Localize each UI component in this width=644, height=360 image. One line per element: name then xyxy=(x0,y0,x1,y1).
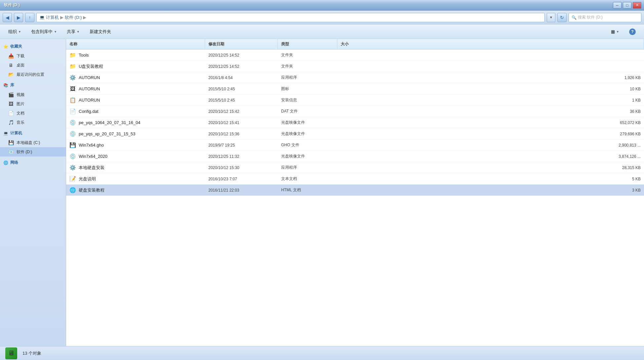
col-header-date[interactable]: 修改日期 xyxy=(205,39,278,49)
sidebar-item-disk-c[interactable]: 💾 本地磁盘 (C:) xyxy=(0,138,66,147)
toolbar: 组织 ▼ 包含到库中 ▼ 共享 ▼ 新建文件夹 ▦ ▼ ? xyxy=(0,24,644,39)
table-row[interactable]: ⚙️ AUTORUN 2016/1/8 4:54 应用程序 1,926 KB xyxy=(66,72,644,83)
sidebar-item-music[interactable]: 🎵 音乐 xyxy=(0,118,66,127)
file-size-cell: 36 KB xyxy=(337,106,644,117)
file-name-text: 本地硬盘安装 xyxy=(79,165,105,171)
up-button[interactable]: ↑ xyxy=(25,13,34,22)
file-size-cell: 1,926 KB xyxy=(337,72,644,83)
table-row[interactable]: 🖼 AUTORUN 2015/5/10 2:45 图标 10 KB xyxy=(66,83,644,95)
sidebar-item-document[interactable]: 📄 文档 xyxy=(0,109,66,118)
table-row[interactable]: 💿 Win7x64_2020 2020/12/25 11:32 光盘映像文件 3… xyxy=(66,151,644,162)
sidebar-item-disk-d[interactable]: 💿 软件 (D:) xyxy=(0,147,66,157)
titlebar: 软件 (D:) ─ □ ✕ xyxy=(0,0,644,11)
file-size-cell: 3,874,126 ... xyxy=(337,151,644,162)
library-icon: 📚 xyxy=(3,83,8,88)
filelist: 📁 Tools 2020/12/25 14:52 文件夹 📁 U盘安装教程 20… xyxy=(66,50,644,346)
file-name-cell: 💿 pe_yqs_xp_20_07_31_15_53 xyxy=(66,128,205,139)
file-size-cell: 5 KB xyxy=(337,173,644,184)
sidebar-favorites-header[interactable]: ⭐ 收藏夹 xyxy=(0,42,66,51)
download-label: 下载 xyxy=(17,53,24,59)
table-row[interactable]: 💿 pe_yqs_1064_20_07_31_16_04 2020/10/12 … xyxy=(66,117,644,128)
search-box[interactable]: 🔍 搜索 软件 (D:) xyxy=(569,13,641,22)
file-name-text: Config.dat xyxy=(79,109,98,114)
file-size-cell: 279,696 KB xyxy=(337,128,644,139)
file-date-cell: 2020/10/12 15:41 xyxy=(205,117,278,128)
help-button[interactable]: ? xyxy=(625,26,640,37)
table-row[interactable]: 📝 光盘说明 2016/10/23 7:07 文本文档 5 KB xyxy=(66,173,644,185)
file-date-cell: 2019/9/7 19:25 xyxy=(205,140,278,151)
table-row[interactable]: 📁 U盘安装教程 2020/12/25 14:52 文件夹 xyxy=(66,61,644,72)
maximize-button[interactable]: □ xyxy=(623,2,631,9)
file-date-cell: 2015/5/10 2:45 xyxy=(205,95,278,106)
close-button[interactable]: ✕ xyxy=(633,2,641,9)
computer-icon: 💻 xyxy=(3,131,8,136)
favorites-icon: ⭐ xyxy=(3,44,8,49)
refresh-button[interactable]: ↻ xyxy=(557,13,567,22)
back-button[interactable]: ◀ xyxy=(3,13,12,22)
file-type-cell: 文本文档 xyxy=(278,173,337,184)
file-icon: 💿 xyxy=(69,131,76,137)
file-name-text: 光盘说明 xyxy=(79,176,96,182)
file-icon: 💿 xyxy=(69,153,76,160)
sidebar-item-picture[interactable]: 🖼 图片 xyxy=(0,99,66,109)
table-row[interactable]: 💿 pe_yqs_xp_20_07_31_15_53 2020/10/12 15… xyxy=(66,128,644,140)
file-size-cell: 3 KB xyxy=(337,185,644,196)
file-date-cell: 2016/1/8 4:54 xyxy=(205,72,278,83)
addressbar: ◀ ▶ ↑ 💻 计算机 ▶ 软件 (D:) ▶ ▼ ↻ 🔍 搜索 软件 (D:) xyxy=(0,11,644,24)
table-row[interactable]: 🌐 硬盘安装教程 2016/11/21 22:03 HTML 文档 3 KB xyxy=(66,185,644,196)
organize-label: 组织 xyxy=(8,29,17,35)
help-icon: ? xyxy=(629,28,636,35)
include-library-button[interactable]: 包含到库中 ▼ xyxy=(27,26,61,37)
statusbar: 🖥 13 个对象 xyxy=(0,346,644,360)
table-row[interactable]: 📁 Tools 2020/12/25 14:52 文件夹 xyxy=(66,50,644,61)
file-icon: ⚙️ xyxy=(69,164,76,171)
sidebar-item-video[interactable]: 🎬 视频 xyxy=(0,90,66,99)
file-date-cell: 2020/12/25 14:52 xyxy=(205,61,278,72)
organize-dropdown-icon: ▼ xyxy=(18,30,21,33)
share-button[interactable]: 共享 ▼ xyxy=(63,26,84,37)
sidebar-library-header[interactable]: 📚 库 xyxy=(0,80,66,90)
file-icon: 📁 xyxy=(69,52,76,59)
sidebar-item-recent[interactable]: 📂 最近访问的位置 xyxy=(0,70,66,79)
table-row[interactable]: 💾 Win7x64.gho 2019/9/7 19:25 GHO 文件 2,90… xyxy=(66,140,644,151)
file-type-cell: 文件夹 xyxy=(278,50,337,61)
file-size-cell xyxy=(337,50,644,61)
file-type-cell: 光盘映像文件 xyxy=(278,117,337,128)
minimize-button[interactable]: ─ xyxy=(613,2,622,9)
desktop-label: 桌面 xyxy=(17,63,24,68)
window-title: 软件 (D:) xyxy=(3,2,20,8)
filelist-header: 名称 修改日期 类型 大小 xyxy=(66,39,644,50)
download-icon: 📥 xyxy=(8,53,14,59)
address-path: 💻 计算机 ▶ 软件 (D:) ▶ xyxy=(36,13,545,22)
col-header-type[interactable]: 类型 xyxy=(278,39,337,49)
file-type-cell: 应用程序 xyxy=(278,72,337,83)
file-type-cell: 安装信息 xyxy=(278,95,337,106)
sidebar-item-download[interactable]: 📥 下载 xyxy=(0,51,66,61)
col-header-name[interactable]: 名称 xyxy=(66,39,205,49)
sidebar: ⭐ 收藏夹 📥 下载 🖥 桌面 📂 最近访问的位置 📚 库 xyxy=(0,39,66,346)
address-dropdown[interactable]: ▼ xyxy=(547,13,555,22)
file-date-cell: 2015/5/10 2:45 xyxy=(205,83,278,94)
col-header-size[interactable]: 大小 xyxy=(337,39,644,49)
file-icon: 💾 xyxy=(69,142,76,149)
file-date-cell: 2020/12/25 14:52 xyxy=(205,50,278,61)
path-item-computer[interactable]: 计算机 xyxy=(46,15,59,21)
new-folder-button[interactable]: 新建文件夹 xyxy=(85,26,115,37)
share-label: 共享 xyxy=(67,29,75,35)
sidebar-network-header[interactable]: 🌐 网络 xyxy=(0,158,66,167)
sidebar-item-desktop[interactable]: 🖥 桌面 xyxy=(0,61,66,70)
file-name-text: Tools xyxy=(79,53,89,58)
file-icon: 🌐 xyxy=(69,187,76,194)
file-name-text: U盘安装教程 xyxy=(79,64,103,69)
forward-button[interactable]: ▶ xyxy=(14,13,23,22)
path-item-disk[interactable]: 软件 (D:) xyxy=(65,15,82,21)
view-button[interactable]: ▦ ▼ xyxy=(607,26,623,37)
disk-d-icon: 💿 xyxy=(8,149,14,155)
organize-button[interactable]: 组织 ▼ xyxy=(4,26,25,37)
file-name-cell: 💾 Win7x64.gho xyxy=(66,140,205,151)
table-row[interactable]: ⚙️ 本地硬盘安装 2020/10/12 15:30 应用程序 28,315 K… xyxy=(66,162,644,173)
table-row[interactable]: 📄 Config.dat 2020/10/12 15:42 DAT 文件 36 … xyxy=(66,106,644,117)
file-type-cell: 图标 xyxy=(278,83,337,94)
table-row[interactable]: 📋 AUTORUN 2015/5/10 2:45 安装信息 1 KB xyxy=(66,95,644,106)
sidebar-computer-header[interactable]: 💻 计算机 xyxy=(0,128,66,138)
